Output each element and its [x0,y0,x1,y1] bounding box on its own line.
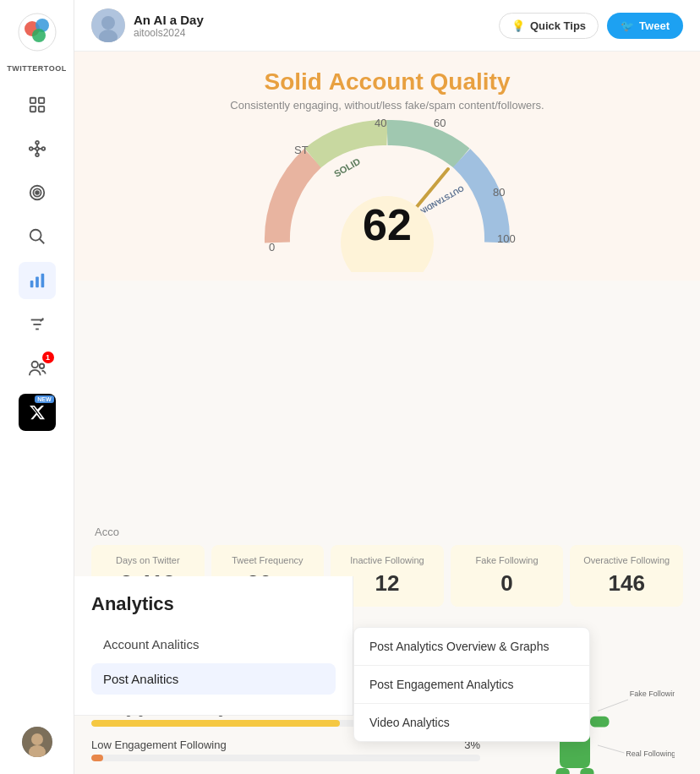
sidebar-item-network[interactable] [19,130,56,167]
header-username: An AI a Day [134,13,204,27]
svg-line-28 [40,319,43,322]
header-user-info: An AI a Day aitools2024 [134,13,204,39]
svg-rect-23 [36,276,39,287]
twitter-icon: 🐦 [621,19,634,32]
header-user: An AI a Day aitools2024 [91,8,204,42]
svg-rect-50 [556,768,570,774]
quality-section: Solid Account Quality Consistently engag… [74,52,700,281]
svg-rect-6 [30,106,35,112]
submenu-item-engagement[interactable]: Post Engagement Analytics [354,666,589,704]
gauge-container: SOLID OUTSTANDING 0 ST 40 60 80 100 [252,112,522,272]
quality-solid: Solid [265,68,322,95]
svg-text:0: 0 [269,241,275,253]
svg-point-12 [36,154,39,157]
sidebar-brand-label: TWITTERTOOL [7,64,66,73]
svg-rect-51 [580,768,593,774]
svg-line-21 [39,239,44,244]
svg-line-55 [598,745,625,753]
main-content: An AI a Day aitools2024 💡 Quick Tips 🐦 T… [74,0,700,774]
header: An AI a Day aitools2024 💡 Quick Tips 🐦 T… [74,0,700,52]
stat-fake: Fake Following 0 [451,545,564,607]
sidebar: TWITTERTOOL [0,0,74,774]
svg-point-11 [36,141,39,144]
users-badge: 1 [42,352,54,363]
bar-low-track [91,755,480,761]
submenu-item-overview[interactable]: Post Analytics Overview & Graphs [354,628,589,666]
user-avatar-sidebar[interactable] [22,727,52,757]
svg-rect-22 [30,281,33,287]
gauge-score: 62 [363,203,412,247]
stats-section-label: Acco [91,526,683,538]
stat-overactive-value: 146 [578,570,675,597]
stat-days-label: Days on Twitter [100,555,196,565]
sidebar-item-users[interactable]: 1 [19,350,56,387]
svg-rect-7 [38,106,43,112]
svg-point-35 [101,16,115,30]
stat-inactive-value: 12 [339,570,435,597]
bar-mid-fill [91,720,340,727]
svg-line-54 [598,700,628,711]
svg-point-20 [30,230,41,241]
svg-rect-24 [41,274,44,288]
x-badge-new: NEW [35,395,53,403]
stat-overactive-label: Overactive Following [578,555,675,565]
svg-point-30 [39,364,44,369]
svg-point-3 [32,29,46,42]
analytics-panel: Analytics Account Analitics Post Analiti… [74,576,353,716]
sidebar-item-x[interactable]: NEW [19,394,56,431]
header-handle: aitools2024 [134,27,204,39]
sidebar-item-dashboard[interactable] [19,86,56,123]
sidebar-item-filter[interactable] [19,306,56,343]
quick-tips-button[interactable]: 💡 Quick Tips [499,13,599,39]
svg-rect-4 [30,98,35,103]
quality-rest: Account Quality [329,68,511,95]
svg-point-19 [36,191,39,194]
bar-low-label: Low Engagement Following [91,739,227,751]
svg-text:100: 100 [497,232,516,245]
analytics-title: Analytics [91,593,336,615]
submenu: Post Analytics Overview & Graphs Post En… [353,627,590,742]
sidebar-item-target[interactable] [19,174,56,211]
analytics-account[interactable]: Account Analitics [91,629,336,660]
svg-text:80: 80 [493,186,505,199]
svg-text:ST: ST [294,144,309,156]
header-avatar [91,8,125,42]
quality-subtitle: Consistently engaging, without/less fake… [91,99,683,112]
stat-overactive: Overactive Following 146 [570,545,683,607]
bar-low-fill [91,755,103,761]
fake-label: Fake Following: 0.00% [630,690,675,698]
svg-point-8 [36,147,39,150]
bulb-icon: 💡 [511,19,525,32]
svg-rect-5 [38,98,43,103]
logo[interactable] [15,10,59,54]
svg-point-32 [31,733,43,745]
panels-container: Analytics Account Analitics Post Analiti… [74,526,700,774]
analytics-post[interactable]: Post Analitics [91,663,336,695]
svg-point-9 [29,147,32,150]
stat-inactive-label: Inactive Following [339,555,435,565]
svg-text:60: 60 [434,117,446,129]
sidebar-item-analytics[interactable] [19,262,56,299]
header-actions: 💡 Quick Tips 🐦 Tweet [499,13,683,39]
submenu-item-video[interactable]: Video Analytics [354,704,589,741]
sidebar-item-search[interactable] [19,218,56,255]
bar-low: Low Engagement Following 3% [91,739,480,761]
svg-text:40: 40 [375,117,386,129]
stat-fake-label: Fake Following [459,555,555,565]
quality-title: Solid Account Quality [91,68,683,95]
stat-frequency-label: Tweet Frequency [220,555,316,565]
svg-text:SOLID: SOLID [332,156,362,179]
svg-point-29 [31,362,37,368]
tweet-label: Tweet [639,19,670,32]
svg-rect-53 [590,717,610,728]
tweet-button[interactable]: 🐦 Tweet [607,13,683,39]
real-label: Real Following: 100.00% [626,749,675,758]
quick-tips-label: Quick Tips [530,19,586,32]
stat-fake-value: 0 [459,570,555,597]
content-area: Solid Account Quality Consistently engag… [74,52,700,774]
svg-point-10 [41,147,45,150]
